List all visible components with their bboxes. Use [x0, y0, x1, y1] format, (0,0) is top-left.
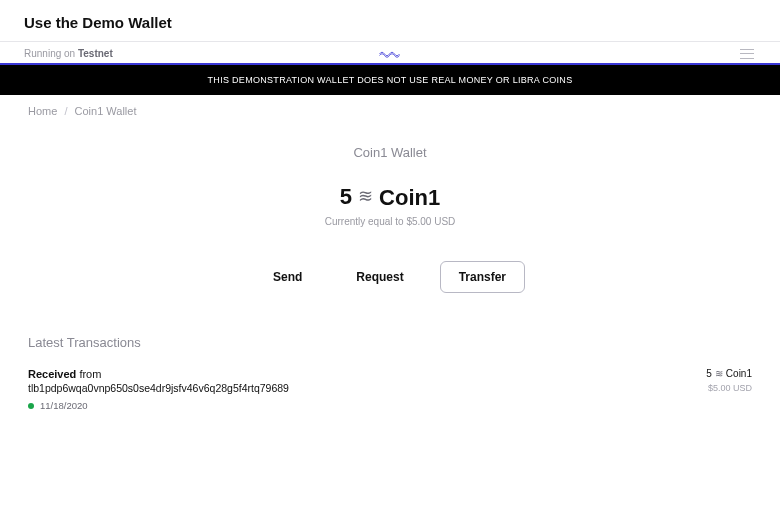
wallet-balance: 5 ≋Coin1: [28, 184, 752, 210]
transaction-amount-value: 5: [706, 368, 712, 379]
balance-fiat: Currently equal to $5.00 USD: [28, 216, 752, 227]
network-prefix: Running on: [24, 48, 75, 59]
network-name: Testnet: [78, 48, 113, 59]
page-title: Use the Demo Wallet: [24, 14, 756, 31]
transactions-heading: Latest Transactions: [28, 335, 752, 350]
menu-button[interactable]: [738, 49, 756, 59]
wave-icon: [379, 48, 401, 60]
request-button[interactable]: Request: [338, 261, 421, 293]
transaction-row[interactable]: Received from tlb1pdp6wqa0vnp650s0se4dr9…: [28, 366, 752, 419]
breadcrumb-current: Coin1 Wallet: [75, 105, 137, 117]
transaction-from-word: from: [79, 368, 101, 380]
brand-logo: [379, 48, 401, 60]
main-content: Home / Coin1 Wallet Coin1 Wallet 5 ≋Coin…: [0, 95, 780, 443]
status-dot-icon: [28, 403, 34, 409]
balance-amount: 5: [340, 184, 352, 210]
transaction-meta: 11/18/2020: [28, 400, 289, 411]
network-status: Running on Testnet: [24, 48, 113, 59]
balance-token: Coin1: [379, 185, 440, 211]
transaction-fiat: $5.00 USD: [662, 383, 752, 393]
send-button[interactable]: Send: [255, 261, 320, 293]
transaction-address: tlb1pdp6wqa0vnp650s0se4dr9jsfv46v6q28g5f…: [28, 382, 289, 394]
transaction-date: 11/18/2020: [40, 400, 88, 411]
transaction-token: Coin1: [726, 368, 752, 379]
action-buttons: Send Request Transfer: [28, 261, 752, 293]
transaction-amount: 5 ≋Coin1 $5.00 USD: [662, 368, 752, 393]
status-bar: Running on Testnet: [0, 42, 780, 65]
app-root: Use the Demo Wallet Running on Testnet T…: [0, 0, 780, 520]
breadcrumb: Home / Coin1 Wallet: [28, 105, 752, 117]
breadcrumb-home[interactable]: Home: [28, 105, 57, 117]
top-bar: Use the Demo Wallet: [0, 0, 780, 42]
disclaimer-banner: THIS DEMONSTRATION WALLET DOES NOT USE R…: [0, 65, 780, 95]
hamburger-icon: [740, 49, 754, 59]
wallet-title: Coin1 Wallet: [28, 145, 752, 160]
transaction-info: Received from tlb1pdp6wqa0vnp650s0se4dr9…: [28, 368, 289, 411]
approx-icon: ≋: [358, 185, 373, 207]
breadcrumb-separator: /: [64, 105, 67, 117]
transfer-button[interactable]: Transfer: [440, 261, 525, 293]
approx-icon: ≋: [715, 368, 723, 379]
transaction-direction: Received: [28, 368, 76, 380]
